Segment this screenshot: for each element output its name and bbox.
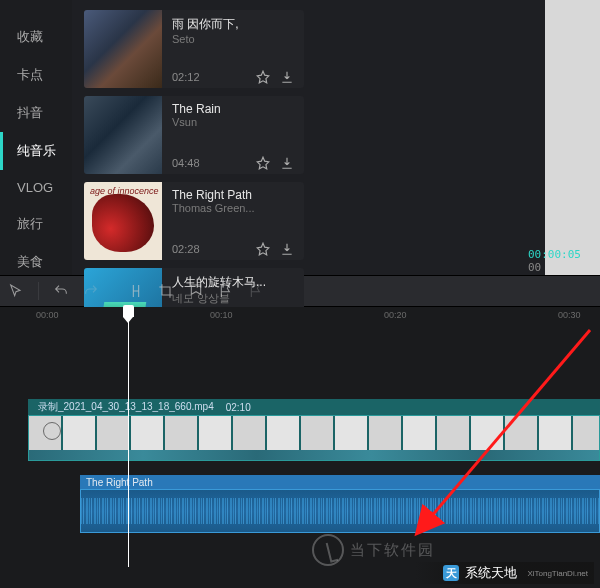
- watermark-footer: 天 系统天地 XiTongTianDi.net: [415, 562, 594, 584]
- watermark-text: 当下软件园: [350, 541, 435, 560]
- crop-icon[interactable]: [158, 283, 174, 299]
- star-icon[interactable]: [256, 156, 270, 170]
- split-icon[interactable]: [128, 283, 144, 299]
- music-card[interactable]: The Right Path Thomas Green... 02:28: [84, 182, 304, 260]
- music-duration: 04:48: [172, 157, 200, 169]
- redo-icon: [83, 283, 99, 299]
- timeline[interactable]: 00:00 00:10 00:20 00:30 录制_2021_04_30_13…: [0, 307, 600, 566]
- clip-duration: 02:10: [226, 402, 251, 413]
- star-icon[interactable]: [256, 70, 270, 84]
- video-clip-header[interactable]: 录制_2021_04_30_13_13_18_660.mp4 02:10: [28, 399, 600, 415]
- total-time: 00: [528, 261, 541, 274]
- music-card[interactable]: The Rain Vsun 04:48: [84, 96, 304, 174]
- watermark-brand: 系统天地: [465, 564, 517, 582]
- music-grid: 雨 因你而下, Seto 02:12 The Rain Vsun 04:48: [72, 0, 545, 275]
- ruler-mark: 00:00: [36, 310, 59, 320]
- star-icon[interactable]: [256, 242, 270, 256]
- sidebar-item-beat[interactable]: 卡点: [0, 56, 72, 94]
- watermark-url: XiTongTianDi.net: [527, 569, 588, 578]
- ruler-mark: 00:10: [210, 310, 233, 320]
- current-time: 00:00:05: [528, 248, 581, 261]
- download-icon[interactable]: [280, 242, 294, 256]
- music-artist: Vsun: [172, 116, 294, 128]
- audio-track[interactable]: [80, 489, 600, 533]
- music-thumbnail: [84, 182, 162, 260]
- music-thumbnail: [84, 10, 162, 88]
- video-track[interactable]: [28, 415, 600, 461]
- separator: [38, 282, 39, 300]
- watermark-logo-icon: [312, 534, 344, 566]
- sidebar-item-favorites[interactable]: 收藏: [0, 18, 72, 56]
- sidebar-item-pure-music[interactable]: 纯音乐: [0, 132, 72, 170]
- sidebar-item-food[interactable]: 美食: [0, 243, 72, 281]
- sidebar-item-travel[interactable]: 旅行: [0, 205, 72, 243]
- music-card[interactable]: 雨 因你而下, Seto 02:12: [84, 10, 304, 88]
- audio-clip-header[interactable]: The Right Path: [80, 475, 600, 489]
- clip-filename: 录制_2021_04_30_13_13_18_660.mp4: [38, 400, 214, 414]
- time-display: 00:00:05 00: [528, 248, 600, 274]
- music-duration: 02:12: [172, 71, 200, 83]
- ruler-mark: 00:30: [558, 310, 581, 320]
- sidebar-item-douyin[interactable]: 抖音: [0, 94, 72, 132]
- music-title: The Rain: [172, 102, 294, 116]
- music-thumbnail: [84, 96, 162, 174]
- music-artist: Thomas Green...: [172, 202, 294, 214]
- marker-icon[interactable]: [188, 283, 204, 299]
- music-duration: 02:28: [172, 243, 200, 255]
- music-title: 雨 因你而下,: [172, 16, 294, 33]
- preview-pane: [545, 0, 600, 275]
- flag2-icon: [248, 283, 264, 299]
- cursor-icon[interactable]: [8, 283, 24, 299]
- ruler-mark: 00:20: [384, 310, 407, 320]
- sidebar-item-vlog[interactable]: VLOG: [0, 170, 72, 205]
- music-title: The Right Path: [172, 188, 294, 202]
- download-icon[interactable]: [280, 156, 294, 170]
- download-icon[interactable]: [280, 70, 294, 84]
- flag-icon[interactable]: [218, 283, 234, 299]
- sidebar: 收藏 卡点 抖音 纯音乐 VLOG 旅行 美食: [0, 0, 72, 275]
- watermark-badge-icon: 天: [443, 565, 459, 581]
- music-artist: Seto: [172, 33, 294, 45]
- undo-icon[interactable]: [53, 283, 69, 299]
- playhead[interactable]: [128, 307, 129, 567]
- time-ruler[interactable]: 00:00 00:10 00:20 00:30: [28, 307, 600, 329]
- audio-clip-name: The Right Path: [86, 477, 153, 488]
